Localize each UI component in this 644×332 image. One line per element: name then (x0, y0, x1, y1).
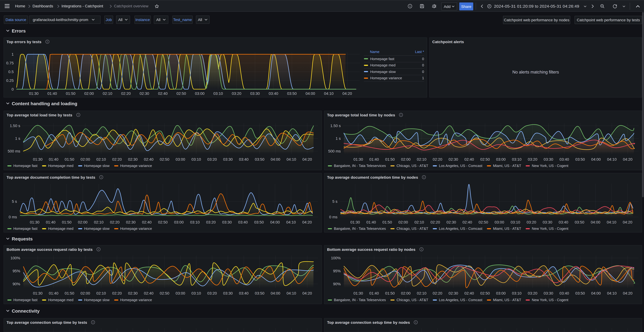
svg-text:03:10: 03:10 (192, 157, 201, 162)
svg-text:03:20: 03:20 (528, 157, 537, 162)
svg-text:03:00: 03:00 (494, 220, 504, 224)
svg-text:01:30: 01:30 (33, 157, 42, 162)
svg-text:03:40: 03:40 (239, 291, 248, 296)
svg-text:01:50: 01:50 (385, 291, 395, 296)
svg-text:100%: 100% (331, 256, 341, 260)
svg-text:04:10: 04:10 (286, 157, 296, 162)
svg-text:03:50: 03:50 (575, 291, 585, 296)
svg-text:03:40: 03:40 (560, 291, 569, 296)
svg-text:02:20: 02:20 (112, 157, 122, 162)
svg-text:01:40: 01:40 (49, 157, 58, 162)
svg-text:02:40: 02:40 (144, 157, 154, 162)
svg-text:02:50: 02:50 (478, 220, 488, 224)
svg-text:02:10: 02:10 (103, 92, 112, 96)
svg-text:03:10: 03:10 (190, 220, 200, 224)
svg-text:02:50: 02:50 (158, 220, 168, 224)
svg-text:03:20: 03:20 (527, 220, 536, 224)
svg-text:01:30: 01:30 (33, 291, 42, 296)
svg-text:02:10: 02:10 (94, 220, 104, 224)
svg-text:02:00: 02:00 (401, 291, 410, 296)
svg-text:0.75: 0.75 (6, 61, 14, 65)
svg-text:02:20: 02:20 (433, 157, 442, 162)
svg-text:03:40: 03:40 (239, 157, 248, 162)
svg-text:04:00: 04:00 (306, 92, 315, 96)
svg-text:02:00: 02:00 (401, 157, 410, 162)
svg-text:01:50: 01:50 (385, 157, 395, 162)
svg-text:0 ms: 0 ms (329, 215, 338, 219)
svg-text:01:30: 01:30 (29, 92, 38, 96)
svg-text:03:00: 03:00 (176, 157, 185, 162)
svg-text:04:00: 04:00 (591, 220, 600, 224)
svg-text:03:40: 03:40 (238, 220, 248, 224)
svg-text:04:10: 04:10 (324, 92, 334, 96)
svg-text:04:20: 04:20 (623, 157, 632, 162)
svg-text:03:00: 03:00 (496, 291, 506, 296)
svg-text:04:20: 04:20 (302, 157, 312, 162)
svg-text:100%: 100% (10, 256, 20, 260)
svg-text:03:30: 03:30 (544, 291, 553, 296)
svg-text:02:30: 02:30 (126, 220, 136, 224)
svg-text:03:20: 03:20 (232, 92, 242, 96)
svg-text:03:10: 03:10 (214, 92, 223, 96)
svg-text:01:30: 01:30 (350, 220, 360, 224)
svg-text:04:10: 04:10 (286, 291, 296, 296)
svg-text:02:40: 02:40 (142, 220, 152, 224)
svg-text:04:20: 04:20 (302, 291, 312, 296)
svg-text:02:00: 02:00 (80, 157, 90, 162)
svg-text:01:40: 01:40 (369, 291, 379, 296)
svg-text:04:00: 04:00 (591, 291, 601, 296)
svg-text:02:50: 02:50 (480, 157, 490, 162)
svg-text:02:50: 02:50 (480, 291, 490, 296)
svg-text:03:10: 03:10 (512, 291, 522, 296)
svg-text:02:30: 02:30 (446, 220, 456, 224)
svg-text:02:30: 02:30 (448, 157, 458, 162)
svg-text:03:40: 03:40 (560, 157, 569, 162)
svg-text:02:20: 02:20 (121, 92, 131, 96)
svg-text:02:00: 02:00 (78, 220, 88, 224)
svg-text:02:20: 02:20 (430, 220, 440, 224)
svg-text:04:10: 04:10 (607, 157, 617, 162)
svg-text:04:20: 04:20 (302, 220, 312, 224)
svg-text:95%: 95% (12, 269, 20, 273)
svg-text:01:30: 01:30 (30, 220, 40, 224)
svg-text:01:30: 01:30 (354, 291, 363, 296)
svg-text:90%: 90% (333, 282, 341, 286)
svg-text:01:40: 01:40 (49, 291, 58, 296)
svg-text:02:10: 02:10 (417, 291, 426, 296)
svg-text:03:10: 03:10 (192, 291, 201, 296)
svg-text:02:40: 02:40 (464, 157, 474, 162)
svg-text:01:50: 01:50 (64, 157, 74, 162)
svg-text:03:30: 03:30 (544, 157, 553, 162)
svg-text:500 ms: 500 ms (328, 149, 341, 153)
svg-text:02:20: 02:20 (112, 291, 122, 296)
svg-text:03:50: 03:50 (287, 92, 297, 96)
svg-text:5 s: 5 s (332, 199, 338, 204)
svg-text:03:20: 03:20 (207, 157, 217, 162)
svg-text:1 s: 1 s (336, 136, 341, 140)
svg-text:03:30: 03:30 (250, 92, 260, 96)
svg-text:02:50: 02:50 (176, 92, 186, 96)
svg-text:01:40: 01:40 (46, 220, 56, 224)
svg-text:02:30: 02:30 (128, 291, 138, 296)
svg-text:500 ms: 500 ms (8, 149, 20, 153)
svg-text:01:50: 01:50 (66, 92, 76, 96)
svg-text:03:50: 03:50 (255, 157, 264, 162)
svg-text:02:10: 02:10 (96, 291, 106, 296)
svg-text:02:50: 02:50 (160, 157, 169, 162)
svg-text:04:00: 04:00 (591, 157, 601, 162)
svg-text:03:50: 03:50 (575, 220, 584, 224)
svg-text:02:10: 02:10 (417, 157, 426, 162)
svg-text:0.25: 0.25 (6, 78, 14, 83)
svg-text:1: 1 (12, 52, 14, 56)
svg-text:04:20: 04:20 (623, 220, 632, 224)
svg-text:02:30: 02:30 (448, 291, 458, 296)
svg-text:04:10: 04:10 (607, 220, 616, 224)
svg-text:02:10: 02:10 (96, 157, 106, 162)
svg-text:03:00: 03:00 (174, 220, 184, 224)
svg-text:1 s: 1 s (15, 136, 20, 140)
svg-text:03:40: 03:40 (269, 92, 278, 96)
svg-text:03:00: 03:00 (176, 291, 185, 296)
svg-text:0.5: 0.5 (8, 70, 14, 74)
svg-text:01:50: 01:50 (62, 220, 72, 224)
svg-text:03:10: 03:10 (511, 220, 520, 224)
